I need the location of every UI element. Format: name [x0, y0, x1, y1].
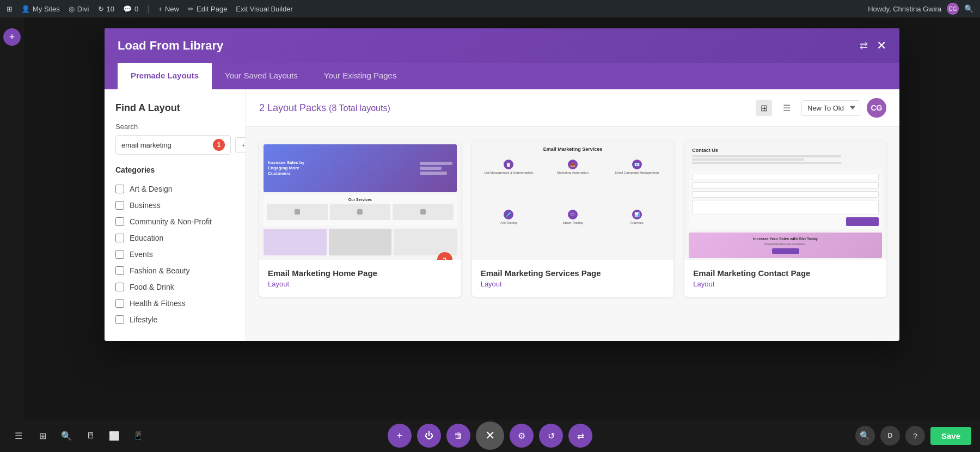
layout-card-services[interactable]: Email Marketing Services 📋 List Manageme… [472, 140, 674, 297]
close-modal-button[interactable]: ✕ [877, 39, 886, 53]
list-view-button[interactable]: ☰ [779, 100, 795, 116]
mobile-view-button[interactable]: 📱 [128, 426, 148, 445]
layout-card-info-contact: Email Marketing Contact Page Layout [684, 260, 886, 297]
search-label: Search [115, 123, 235, 131]
tab-existing-pages[interactable]: Your Existing Pages [311, 63, 410, 89]
layout-preview-contact: Contact Us [684, 140, 886, 260]
layout-card-title-services: Email Marketing Services Page [481, 268, 665, 278]
tab-saved-layouts[interactable]: Your Saved Layouts [212, 63, 311, 89]
close-builder-button[interactable]: ✕ [476, 422, 504, 450]
add-content-button[interactable]: + [388, 424, 412, 448]
category-business[interactable]: Business [115, 197, 235, 213]
search-icon-bottom[interactable]: 🔍 [855, 426, 875, 445]
desktop-view-button[interactable]: 🖥 [81, 426, 100, 445]
layout-card-info-home: Email Marketing Home Page Layout [259, 260, 461, 297]
toolbar-right: ⊞ ☰ New To Old Old To New A to Z Z to A … [756, 98, 886, 118]
bottom-center-tools: + ⏻ 🗑 ✕ ⚙ ↺ ⇄ [388, 422, 592, 450]
pencil-icon: ✏ [188, 5, 194, 13]
module-options-button[interactable]: ⚙ [510, 424, 534, 448]
category-fashion-beauty[interactable]: Fashion & Beauty [115, 262, 235, 279]
divi-icon-bottom[interactable]: D [880, 426, 900, 445]
layout-options-button[interactable]: ⇄ [568, 424, 592, 448]
category-events[interactable]: Events [115, 246, 235, 262]
category-art-design[interactable]: Art & Design [115, 181, 235, 197]
wireframe-button[interactable]: ⊞ [33, 426, 52, 445]
wp-logo-icon[interactable]: ⊞ [7, 5, 13, 13]
load-from-library-modal: Load From Library ⇄ ✕ Premade Layouts Yo… [105, 28, 899, 341]
bottom-left-tools: ☰ ⊞ 🔍 🖥 ⬜ 📱 [9, 426, 148, 445]
user-avatar-small: CG [947, 3, 959, 15]
category-food-drink[interactable]: Food & Drink [115, 279, 235, 295]
grid-view-button[interactable]: ⊞ [756, 100, 772, 116]
help-icon-bottom[interactable]: ? [905, 426, 925, 445]
bottom-right-tools: 🔍 D ? Save [855, 426, 971, 445]
modal-body: Find A Layout Search 1 + Filter Categori… [105, 89, 899, 341]
modal-title: Load From Library [118, 39, 223, 53]
page-settings-button[interactable]: ⏻ [417, 424, 441, 448]
adjust-icon[interactable]: ⇄ [860, 40, 868, 52]
layout-card-type-services: Layout [481, 280, 665, 288]
layout-count: 2 Layout Packs (8 Total layouts) [259, 102, 390, 114]
refresh-icon: ↻ [98, 5, 104, 13]
main-toolbar: 2 Layout Packs (8 Total layouts) ⊞ ☰ New… [246, 89, 899, 127]
edit-page-link[interactable]: ✏ Edit Page [188, 5, 227, 13]
save-button[interactable]: Save [930, 427, 971, 445]
user-avatar: CG [867, 98, 886, 118]
layout-card-title-contact: Email Marketing Contact Page [693, 268, 878, 278]
search-row: 1 + Filter [115, 135, 235, 155]
menu-button[interactable]: ☰ [9, 426, 28, 445]
wp-admin-bar: ⊞ 👤 My Sites ◎ Divi ↻ 10 💬 0 | + New ✏ E… [0, 0, 980, 17]
tab-premade-layouts[interactable]: Premade Layouts [118, 63, 212, 89]
filter-button[interactable]: + Filter [235, 137, 246, 153]
modal-header: Load From Library ⇄ ✕ [105, 28, 899, 63]
layout-card-type-home: Layout [268, 280, 452, 288]
search-badge: 1 [213, 139, 225, 151]
layout-card-type-contact: Layout [693, 280, 878, 288]
category-health-fitness[interactable]: Health & Fitness [115, 295, 235, 311]
search-input-wrapper: 1 [115, 135, 231, 155]
modal-overlay: Load From Library ⇄ ✕ Premade Layouts Yo… [24, 17, 980, 452]
layout-preview-services: Email Marketing Services 📋 List Manageme… [472, 140, 674, 260]
comments-menu[interactable]: 💬 0 [123, 5, 138, 13]
add-module-button[interactable]: + [3, 28, 21, 46]
category-community[interactable]: Community & Non-Profit [115, 213, 235, 230]
admin-bar-right: Howdy, Christina Gwira CG 🔍 [868, 3, 973, 15]
categories-label: Categories [115, 166, 235, 174]
layouts-grid: Increase Sales by Engaging More Customer… [246, 127, 899, 341]
comment-icon: 💬 [123, 5, 132, 13]
layout-preview-home: Increase Sales by Engaging More Customer… [259, 140, 461, 260]
bottom-toolbar: ☰ ⊞ 🔍 🖥 ⬜ 📱 + ⏻ 🗑 ✕ ⚙ ↺ ⇄ 🔍 D ? Save [0, 419, 980, 452]
modal-tabs: Premade Layouts Your Saved Layouts Your … [105, 63, 899, 89]
greeting-text: Howdy, Christina Gwira [868, 5, 941, 13]
history-button[interactable]: ↺ [539, 424, 563, 448]
search-icon-bar[interactable]: 🔍 [964, 4, 973, 13]
sort-select[interactable]: New To Old Old To New A to Z Z to A [801, 100, 860, 116]
tablet-view-button[interactable]: ⬜ [105, 426, 124, 445]
updates-menu[interactable]: ↻ 10 [98, 5, 114, 13]
my-sites-menu[interactable]: 👤 My Sites [21, 5, 60, 13]
layout-card-title-home: Email Marketing Home Page [268, 268, 452, 278]
layout-card-contact[interactable]: Contact Us [684, 140, 886, 297]
divi-logo-icon: ◎ [69, 5, 75, 13]
search-button[interactable]: 🔍 [57, 426, 76, 445]
left-sidebar: + [0, 17, 24, 452]
search-input[interactable] [121, 141, 213, 149]
person-icon: 👤 [21, 5, 30, 13]
layout-card-home[interactable]: Increase Sales by Engaging More Customer… [259, 140, 461, 297]
exit-builder-link[interactable]: Exit Visual Builder [236, 5, 293, 13]
plus-icon: + [158, 5, 162, 13]
delete-button[interactable]: 🗑 [446, 424, 470, 448]
modal-header-actions: ⇄ ✕ [860, 39, 886, 53]
divi-menu[interactable]: ◎ Divi [69, 5, 89, 13]
filter-sidebar: Find A Layout Search 1 + Filter Categori… [105, 89, 246, 341]
find-layout-heading: Find A Layout [115, 102, 235, 114]
new-menu[interactable]: + New [158, 5, 179, 13]
category-lifestyle[interactable]: Lifestyle [115, 311, 235, 328]
category-education[interactable]: Education [115, 230, 235, 246]
layout-card-info-services: Email Marketing Services Page Layout [472, 260, 674, 297]
main-content: 2 Layout Packs (8 Total layouts) ⊞ ☰ New… [246, 89, 899, 341]
